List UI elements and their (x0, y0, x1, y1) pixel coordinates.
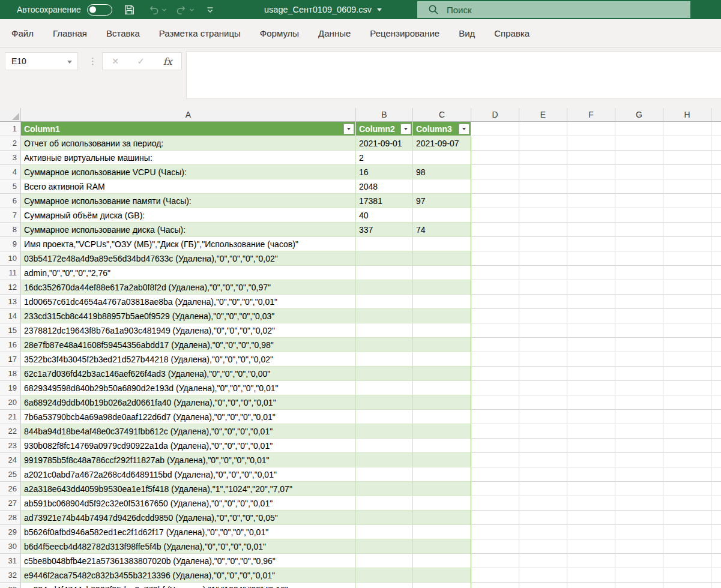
cell-e14[interactable] (519, 309, 567, 323)
cell-b8[interactable]: 337 (356, 223, 413, 237)
row-header-25[interactable]: 25 (0, 467, 21, 482)
cell-f18[interactable] (567, 367, 615, 381)
cell-e31[interactable] (519, 554, 567, 568)
cell-d15[interactable] (471, 323, 519, 338)
undo-button[interactable] (148, 4, 167, 16)
cell-e11[interactable] (519, 266, 567, 280)
cell-e8[interactable] (519, 223, 567, 237)
cell-b9[interactable] (356, 237, 413, 251)
row-header-6[interactable]: 6 (0, 194, 21, 208)
cell-e29[interactable] (519, 525, 567, 539)
enter-button[interactable]: ✓ (137, 56, 145, 67)
cell-b24[interactable] (356, 453, 413, 467)
cell-g27[interactable] (615, 496, 663, 511)
cell-d13[interactable] (471, 295, 519, 309)
cell-d26[interactable] (471, 482, 519, 496)
cell-g21[interactable] (615, 410, 663, 424)
cell-c5[interactable] (413, 179, 471, 194)
cell-a17[interactable]: 3522bc3f4b3045f2b3ed21d527b44218 (Удален… (21, 352, 356, 367)
cell-f4[interactable] (567, 165, 615, 179)
row-header-10[interactable]: 10 (0, 251, 21, 266)
cell-e30[interactable] (519, 539, 567, 554)
cell-h32[interactable] (663, 568, 711, 583)
cell-a27[interactable]: ab591bc068904d5f92c32e0f53167650 (Удален… (21, 496, 356, 511)
cell-e13[interactable] (519, 295, 567, 309)
cell-a20[interactable]: 6a68924d9ddb40b19b026a2d0661fa40 (Удален… (21, 395, 356, 410)
cell-h12[interactable] (663, 280, 711, 295)
cell-g15[interactable] (615, 323, 663, 338)
cell-f31[interactable] (567, 554, 615, 568)
cell-b7[interactable]: 40 (356, 208, 413, 223)
cell-g26[interactable] (615, 482, 663, 496)
cell-d6[interactable] (471, 194, 519, 208)
row-header-13[interactable]: 13 (0, 295, 21, 309)
cell-e18[interactable] (519, 367, 567, 381)
cell-a31[interactable]: c5be8b048bfb4e21a57361383807020b (Удален… (21, 554, 356, 568)
column-header-B[interactable]: B (356, 108, 413, 122)
cell-g25[interactable] (615, 467, 663, 482)
cell-c10[interactable] (413, 251, 471, 266)
cell-a33[interactable]: ea234cd4f4744cb8997f35dce9c773bf (Удален… (21, 583, 356, 588)
cell-g29[interactable] (615, 525, 663, 539)
cell-a12[interactable]: 16dc352670da44ef88e617a2ab0f8f2d (Удален… (21, 280, 356, 295)
cell-b33[interactable] (356, 583, 413, 588)
cell-f8[interactable] (567, 223, 615, 237)
cell-c33[interactable] (413, 583, 471, 588)
row-header-17[interactable]: 17 (0, 352, 21, 367)
cell-b22[interactable] (356, 424, 413, 439)
cell-h24[interactable] (663, 453, 711, 467)
cell-d22[interactable] (471, 424, 519, 439)
row-header-22[interactable]: 22 (0, 424, 21, 439)
cell-e27[interactable] (519, 496, 567, 511)
row-header-1[interactable]: 1 (0, 122, 21, 136)
cell-e6[interactable] (519, 194, 567, 208)
cell-b26[interactable] (356, 482, 413, 496)
cell-g31[interactable] (615, 554, 663, 568)
cell-d5[interactable] (471, 179, 519, 194)
cell-e12[interactable] (519, 280, 567, 295)
row-header-32[interactable]: 32 (0, 568, 21, 583)
cell-g17[interactable] (615, 352, 663, 367)
autosave-toggle[interactable] (87, 4, 112, 16)
cell-g5[interactable] (615, 179, 663, 194)
cell-g6[interactable] (615, 194, 663, 208)
cell-d1[interactable] (471, 122, 519, 136)
cell-c28[interactable] (413, 511, 471, 525)
ribbon-tab-help[interactable]: Справка (484, 19, 539, 47)
cell-c30[interactable] (413, 539, 471, 554)
document-title[interactable]: usage_Сент0109_0609.csv (264, 0, 382, 19)
cell-a10[interactable]: 03b54172e48a4d9a89e56d34bd47633c (Удален… (21, 251, 356, 266)
undo-menu-caret-icon[interactable] (161, 4, 167, 15)
cell-a16[interactable]: 28e7fb87e48a41608f59454356abdd17 (Удален… (21, 338, 356, 352)
cell-h33[interactable] (663, 583, 711, 588)
column-header-D[interactable]: D (471, 108, 519, 122)
cell-d9[interactable] (471, 237, 519, 251)
cell-c2[interactable]: 2021-09-07 (413, 136, 471, 151)
cell-c20[interactable] (413, 395, 471, 410)
cell-a23[interactable]: 930b082f8fc14769a0979cd90922a1da (Удален… (21, 439, 356, 453)
cell-f14[interactable] (567, 309, 615, 323)
cell-c13[interactable] (413, 295, 471, 309)
cell-a24[interactable]: 9919785b5f8c48a786ccf292f11827ab (Удален… (21, 453, 356, 467)
cell-h31[interactable] (663, 554, 711, 568)
row-header-3[interactable]: 3 (0, 151, 21, 165)
row-header-2[interactable]: 2 (0, 136, 21, 151)
cell-g13[interactable] (615, 295, 663, 309)
cell-c21[interactable] (413, 410, 471, 424)
cell-f2[interactable] (567, 136, 615, 151)
table-header-cell-a1[interactable]: Column1 (21, 122, 356, 136)
cell-b27[interactable] (356, 496, 413, 511)
cell-h28[interactable] (663, 511, 711, 525)
cell-f32[interactable] (567, 568, 615, 583)
cell-c15[interactable] (413, 323, 471, 338)
cell-h22[interactable] (663, 424, 711, 439)
row-header-7[interactable]: 7 (0, 208, 21, 223)
cell-c9[interactable] (413, 237, 471, 251)
row-header-4[interactable]: 4 (0, 165, 21, 179)
cell-e24[interactable] (519, 453, 567, 467)
cell-f6[interactable] (567, 194, 615, 208)
row-header-26[interactable]: 26 (0, 482, 21, 496)
cell-b17[interactable] (356, 352, 413, 367)
cell-g7[interactable] (615, 208, 663, 223)
cell-h25[interactable] (663, 467, 711, 482)
